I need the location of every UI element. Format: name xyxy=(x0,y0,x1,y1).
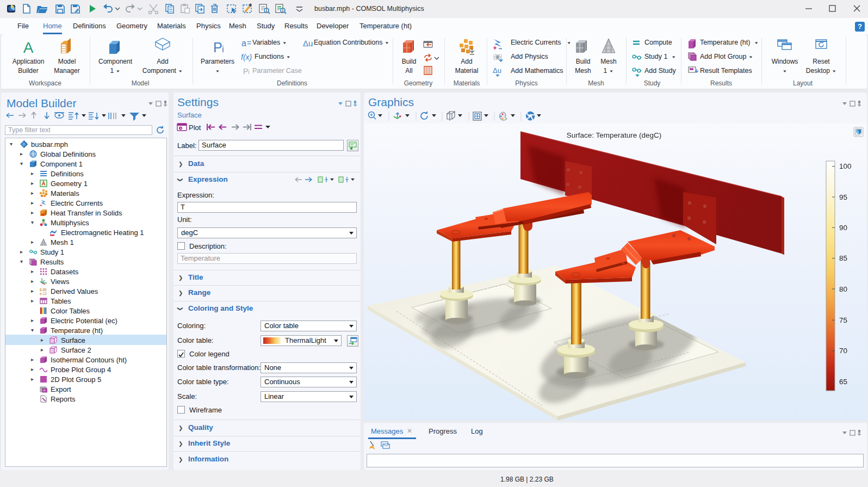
svg-text:85: 85 xyxy=(839,254,847,262)
svg-text:65: 65 xyxy=(839,378,847,386)
svg-text:P: P xyxy=(213,40,222,55)
svg-text:100: 100 xyxy=(839,162,852,170)
svg-text:f(x): f(x) xyxy=(241,53,252,61)
svg-text:8.85: 8.85 xyxy=(40,288,47,292)
svg-text:90: 90 xyxy=(839,224,847,232)
svg-text:Surface: Temperature (degC): Surface: Temperature (degC) xyxy=(567,131,662,139)
svg-text:70: 70 xyxy=(839,347,847,355)
svg-text:e-12: e-12 xyxy=(40,292,47,295)
svg-text:a: a xyxy=(241,39,246,48)
svg-text:75: 75 xyxy=(839,316,847,324)
svg-text:A: A xyxy=(23,39,34,56)
svg-text:Δu: Δu xyxy=(303,39,313,48)
svg-text:i: i xyxy=(222,44,224,54)
svg-text:80: 80 xyxy=(839,285,847,293)
svg-text:95: 95 xyxy=(839,193,847,201)
svg-text:Δu: Δu xyxy=(493,66,501,75)
svg-text:P: P xyxy=(243,67,248,76)
svg-text:+: + xyxy=(40,203,42,207)
svg-text:i: i xyxy=(248,69,249,75)
svg-text:=: = xyxy=(247,39,251,47)
